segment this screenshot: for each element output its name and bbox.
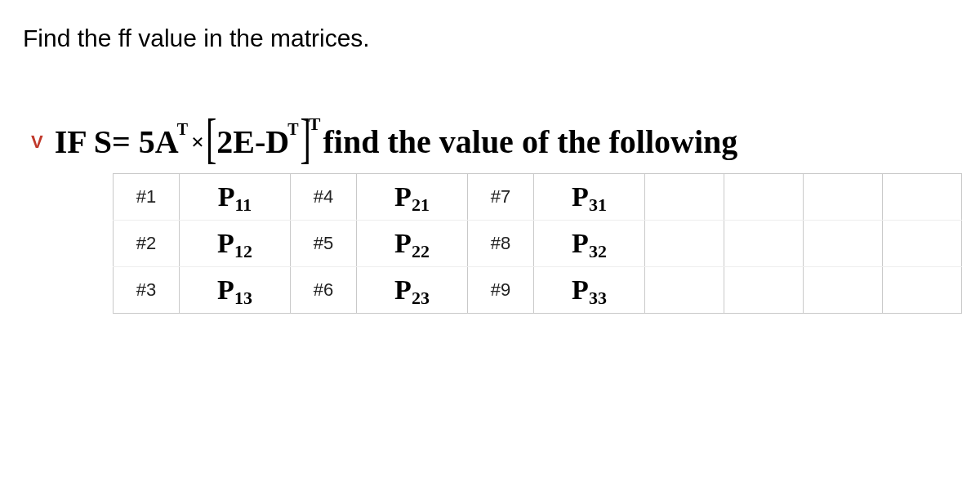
empty-cell — [645, 174, 724, 221]
matrix-entry: P22 — [357, 221, 468, 267]
cell-number: #9 — [491, 279, 510, 300]
empty-cell — [804, 174, 883, 221]
empty-cell — [883, 174, 962, 221]
inner-expression: 2E-D — [216, 126, 289, 158]
matrix-entry: P12 — [180, 221, 291, 267]
empty-cell — [724, 221, 804, 267]
matrix-entry: P11 — [180, 174, 291, 221]
question-header: V IF S= 5A T × [ 2E-D T ] T find the val… — [23, 126, 957, 158]
section-letter: V — [31, 133, 43, 151]
empty-cell — [804, 267, 883, 314]
empty-cell — [883, 221, 962, 267]
matrix-entry: P21 — [357, 174, 468, 221]
matrix-entry: P33 — [534, 267, 645, 314]
empty-cell — [883, 267, 962, 314]
cell-number: #8 — [491, 233, 510, 253]
empty-cell — [804, 221, 883, 267]
matrix-entry: P13 — [180, 267, 291, 314]
empty-cell — [645, 221, 724, 267]
empty-cell — [645, 267, 724, 314]
trailing-text: find the value of the following — [323, 126, 738, 158]
instruction-text: Find the ff value in the matrices. — [23, 25, 957, 52]
cell-number: #3 — [136, 279, 156, 300]
equation-prompt: IF S= 5A T × [ 2E-D T ] T find the value… — [55, 126, 738, 158]
table-row: #3 P13 #6 P23 #9 P33 — [114, 267, 962, 314]
cell-number: #5 — [314, 233, 333, 253]
multiply-sign: × — [189, 131, 206, 154]
table-row: #2 P12 #5 P22 #8 P32 — [114, 221, 962, 267]
cell-number: #6 — [314, 279, 333, 300]
cell-number: #1 — [136, 186, 156, 207]
cell-number: #2 — [136, 233, 156, 253]
answer-table: #1 P11 #4 P21 #7 P31 #2 P12 #5 P22 #8 — [113, 173, 962, 314]
table-row: #1 P11 #4 P21 #7 P31 — [114, 174, 962, 221]
cell-number: #4 — [314, 186, 333, 207]
outer-transpose: T — [309, 115, 321, 133]
matrix-entry: P23 — [357, 267, 468, 314]
left-bracket: [ — [206, 111, 216, 167]
equation: S= 5A T × [ 2E-D T ] T — [94, 126, 323, 158]
empty-cell — [724, 174, 804, 221]
empty-cell — [724, 267, 804, 314]
cell-number: #7 — [491, 186, 510, 207]
matrix-entry: P31 — [534, 174, 645, 221]
lhs: S= 5A — [94, 126, 179, 158]
transpose-a: T — [177, 121, 188, 137]
matrix-entry: P32 — [534, 221, 645, 267]
transpose-d: T — [287, 121, 298, 137]
if-word: IF — [55, 126, 87, 158]
